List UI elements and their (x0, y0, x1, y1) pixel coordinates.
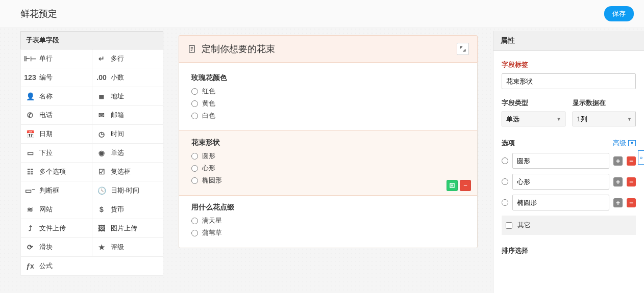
option-row: +− (502, 153, 636, 169)
field-type-icon: ↵ (97, 55, 106, 63)
topbar: 鲜花预定 保存 (0, 0, 644, 28)
palette-item[interactable]: .00小数 (92, 68, 163, 87)
option-text-input[interactable] (512, 153, 609, 169)
properties-title: 属性 (493, 31, 644, 51)
radio-option[interactable]: 白色 (191, 111, 465, 120)
advanced-link[interactable]: 高级▼ (613, 139, 636, 148)
palette-item[interactable]: 🖼图片上传 (92, 219, 163, 238)
radio-input[interactable] (191, 230, 198, 236)
form-header[interactable]: 定制你想要的花束 (179, 35, 478, 63)
edit-section-button[interactable] (447, 180, 458, 191)
option-default-radio[interactable] (502, 199, 508, 206)
palette-item-label: 单选 (111, 148, 124, 157)
option-row: +− (502, 195, 636, 210)
palette-item[interactable]: 🕓日期-时间 (92, 181, 163, 200)
delete-section-button[interactable]: − (460, 180, 471, 191)
palette-item[interactable]: ƒx公式 (20, 257, 163, 276)
palette-item-label: 复选框 (111, 167, 131, 176)
field-type-icon: ☑ (97, 168, 106, 176)
field-type-icon: 📅 (26, 130, 34, 138)
option-default-radio[interactable] (502, 178, 508, 185)
display-in-title: 显示数据在 (573, 98, 636, 108)
add-option-button[interactable]: + (613, 156, 623, 166)
field-type-icon: 123 (26, 73, 34, 82)
side-expand-tab[interactable]: » (638, 150, 644, 165)
palette-item-label: 评级 (111, 243, 124, 252)
option-default-radio[interactable] (502, 157, 508, 164)
palette-item[interactable]: 123编号 (20, 68, 92, 87)
palette-item[interactable]: ≣地址 (92, 87, 163, 106)
palette-item[interactable]: 👤名称 (20, 87, 92, 106)
save-button[interactable]: 保存 (604, 6, 634, 21)
section-title: 花束形状 (191, 138, 465, 147)
form-section[interactable]: 玫瑰花颜色红色黄色白色 (179, 66, 477, 130)
page-title: 鲜花预定 (20, 8, 57, 20)
radio-input[interactable] (191, 218, 198, 224)
option-row: +− (502, 174, 636, 190)
option-text-input[interactable] (512, 195, 609, 210)
radio-input[interactable] (191, 165, 198, 172)
palette-item[interactable]: ⤴文件上传 (20, 219, 92, 238)
section-title: 玫瑰花颜色 (191, 73, 465, 83)
display-in-select[interactable] (573, 112, 636, 126)
palette-item[interactable]: ◉单选 (92, 144, 163, 163)
radio-option[interactable]: 黄色 (191, 99, 465, 108)
palette-item[interactable]: ▭⁻判断框 (20, 181, 92, 200)
radio-label: 椭圆形 (202, 176, 222, 185)
palette-item-label: 时间 (111, 129, 124, 139)
palette-item[interactable]: ⟳滑块 (20, 238, 92, 257)
palette-item-label: 名称 (39, 92, 53, 101)
radio-label: 心形 (202, 164, 215, 173)
radio-input[interactable] (191, 113, 198, 119)
palette-item-label: 地址 (111, 92, 124, 101)
palette-item[interactable]: ✉邮箱 (92, 106, 163, 125)
palette-item[interactable]: ≋网站 (20, 200, 92, 219)
palette-item[interactable]: ✆电话 (20, 106, 92, 125)
radio-option[interactable]: 满天星 (191, 216, 465, 225)
palette-item[interactable]: ☑复选框 (92, 163, 163, 181)
radio-option[interactable]: 蒲苇草 (191, 228, 465, 237)
palette-item[interactable]: ⊩⊢单行 (20, 49, 92, 68)
field-label-input[interactable] (502, 73, 636, 89)
palette-item[interactable]: ↵多行 (92, 49, 163, 68)
palette-title: 子表单字段 (20, 31, 163, 49)
palette-item[interactable]: ◷时间 (92, 125, 163, 144)
form-section[interactable]: 用什么花点缀满天星蒲苇草 (179, 196, 477, 248)
form-section[interactable]: 花束形状圆形心形椭圆形− (179, 130, 477, 196)
remove-option-button[interactable]: − (627, 198, 636, 207)
radio-option[interactable]: 圆形 (191, 151, 465, 161)
add-option-button[interactable]: + (613, 198, 623, 207)
palette-item-label: 判断框 (39, 186, 59, 195)
add-option-button[interactable]: + (613, 177, 623, 187)
remove-option-button[interactable]: − (627, 156, 636, 166)
field-type-icon: ✆ (26, 111, 34, 119)
radio-option[interactable]: 椭圆形 (191, 176, 465, 185)
radio-input[interactable] (191, 153, 198, 159)
collapse-button[interactable] (457, 43, 469, 55)
palette-item-label: 下拉 (39, 148, 53, 157)
field-type-icon: ☷ (26, 168, 34, 176)
radio-label: 白色 (202, 111, 215, 120)
form-title: 定制你想要的花束 (202, 43, 275, 55)
other-option-row[interactable]: 其它 (502, 216, 636, 235)
properties-panel: 属性 字段标签 字段类型 显示数据在 选项 高级▼ (493, 31, 644, 293)
field-type-select[interactable] (502, 112, 565, 126)
palette-item[interactable]: $货币 (92, 200, 163, 219)
radio-input[interactable] (191, 100, 198, 107)
other-checkbox[interactable] (506, 222, 512, 229)
field-type-icon: ⊩⊢ (26, 55, 34, 63)
radio-option[interactable]: 心形 (191, 164, 465, 173)
remove-option-button[interactable]: − (627, 177, 636, 187)
radio-input[interactable] (191, 88, 198, 95)
palette-item-label: 货币 (111, 205, 124, 214)
palette-item[interactable]: 📅日期 (20, 125, 92, 144)
radio-option[interactable]: 红色 (191, 87, 465, 96)
section-title: 用什么花点缀 (191, 203, 465, 212)
option-text-input[interactable] (512, 174, 609, 190)
palette-item-label: 图片上传 (111, 224, 137, 233)
palette-item-label: 日期-时间 (111, 186, 139, 195)
palette-item[interactable]: ★评级 (92, 238, 163, 257)
palette-item[interactable]: ☷多个选项 (20, 163, 92, 181)
radio-input[interactable] (191, 177, 198, 184)
palette-item[interactable]: ▭下拉 (20, 144, 92, 163)
